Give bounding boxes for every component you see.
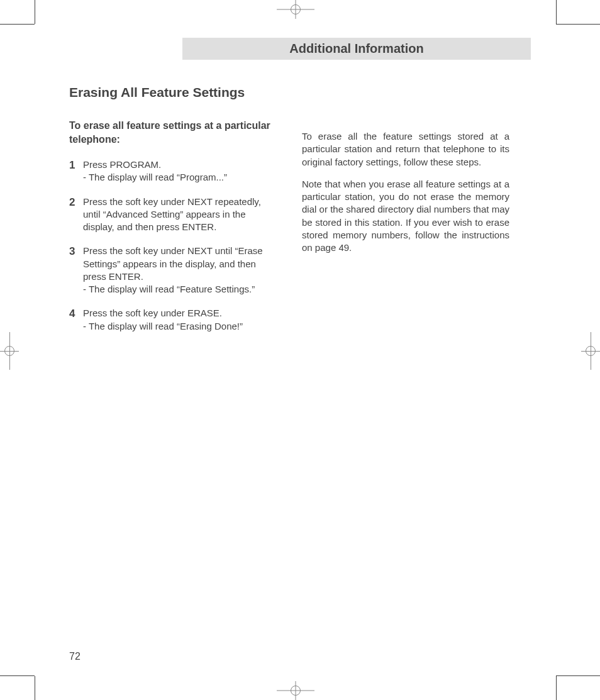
- step-body: Press the soft key under NEXT repeatedly…: [83, 196, 270, 234]
- step-number: 2: [69, 196, 83, 234]
- body-paragraph: To erase all the feature settings stored…: [302, 130, 509, 169]
- step-item: 1 Press PROGRAM.- The display will read …: [69, 158, 270, 184]
- page-header-band: Additional Information: [182, 38, 531, 60]
- page-content: Additional Information Erasing All Featu…: [69, 38, 531, 662]
- crop-mark: [556, 676, 557, 700]
- left-column: To erase all feature settings at a parti…: [69, 119, 270, 344]
- page-header-title: Additional Information: [289, 42, 423, 55]
- step-body: Press the soft key under NEXT until “Era…: [83, 245, 270, 296]
- crop-mark: [556, 675, 600, 676]
- page-number: 72: [69, 651, 81, 662]
- step-number: 1: [69, 158, 83, 184]
- crop-mark: [0, 24, 35, 25]
- step-number: 4: [69, 307, 83, 333]
- step-body: Press PROGRAM.- The display will read “P…: [83, 158, 270, 184]
- right-column: To erase all the feature settings stored…: [302, 119, 509, 344]
- registration-mark-icon: [581, 332, 600, 370]
- registration-mark-icon: [277, 0, 314, 19]
- crop-mark: [0, 675, 35, 676]
- registration-mark-icon: [0, 332, 19, 370]
- registration-mark-icon: [277, 681, 314, 700]
- section-title: Erasing All Feature Settings: [69, 85, 531, 100]
- step-body: Press the soft key under ERASE.- The dis…: [83, 307, 270, 333]
- step-item: 4 Press the soft key under ERASE.- The d…: [69, 307, 270, 333]
- crop-mark: [35, 0, 35, 24]
- instructions-subhead: To erase all feature settings at a parti…: [69, 119, 270, 146]
- step-item: 2 Press the soft key under NEXT repeated…: [69, 196, 270, 234]
- step-number: 3: [69, 245, 83, 296]
- body-paragraph: Note that when you erase all feature set…: [302, 178, 509, 255]
- step-item: 3 Press the soft key under NEXT until “E…: [69, 245, 270, 296]
- crop-mark: [556, 0, 557, 24]
- crop-mark: [556, 24, 600, 25]
- crop-mark: [35, 676, 35, 700]
